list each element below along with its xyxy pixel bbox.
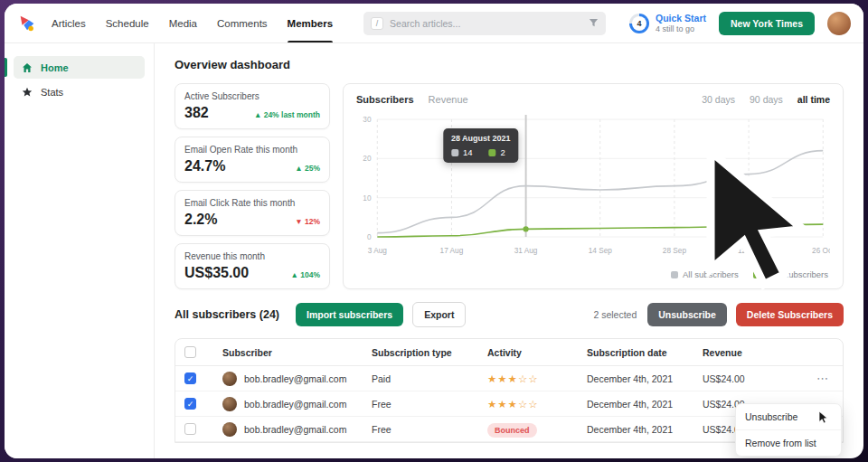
- stat-delta: ▼ 12%: [295, 217, 320, 226]
- row-checkbox[interactable]: ✓: [184, 398, 196, 410]
- tooltip-date: 28 August 2021: [451, 134, 511, 143]
- chart-tooltip: 28 August 2021 14 2: [443, 128, 519, 163]
- svg-text:20: 20: [363, 154, 372, 163]
- nav-item-media[interactable]: Media: [169, 4, 197, 42]
- star-icon: [21, 86, 33, 98]
- search-placeholder: Search articles...: [390, 18, 582, 29]
- stat-value: US$35.00: [184, 265, 249, 281]
- stat-delta: ▲ 24% last month: [254, 110, 320, 119]
- chart-tab-subscribers[interactable]: Subscribers: [356, 94, 414, 105]
- stat-value: 2.2%: [184, 212, 217, 228]
- quick-start-subtext: 4 still to go: [656, 24, 706, 33]
- unsubscribe-button[interactable]: Unsubscribe: [647, 303, 727, 326]
- stat-delta: ▲ 104%: [290, 270, 320, 279]
- app-window: Articles Schedule Media Comments Members…: [5, 4, 863, 458]
- row-checkbox[interactable]: [184, 423, 196, 435]
- stat-label: Email Click Rate this month: [184, 198, 320, 208]
- stat-label: Email Open Rate this month: [184, 145, 320, 155]
- context-menu-label: Remove from list: [745, 438, 816, 448]
- nav-item-schedule[interactable]: Schedule: [106, 4, 149, 42]
- subscribers-chart-card: Subscribers Revenue 30 days 90 days all …: [343, 83, 844, 289]
- filter-icon[interactable]: [589, 18, 599, 28]
- quick-start-count: 4: [632, 16, 646, 31]
- column-header-subscription-date[interactable]: Subscription date: [587, 347, 703, 358]
- subscription-type: Free: [372, 399, 487, 410]
- dashboard-row: Active Subscribers 382 ▲ 24% last month …: [175, 83, 844, 289]
- subscription-date: December 4th, 2021: [587, 399, 703, 410]
- activity-badge: Bounced: [487, 423, 537, 438]
- context-menu-unsubscribe[interactable]: Unsubscribe: [736, 404, 841, 429]
- user-avatar[interactable]: [827, 12, 851, 35]
- sidebar-item-stats[interactable]: Stats: [14, 80, 145, 103]
- context-menu-remove-from-list[interactable]: Remove from list: [736, 429, 841, 456]
- main-content: Overview dashboard Active Subscribers 38…: [155, 43, 863, 458]
- activity-stars: ★★★☆☆: [487, 399, 539, 410]
- column-header-subscriber[interactable]: Subscriber: [222, 347, 372, 358]
- stat-label: Active Subscribers: [184, 91, 320, 101]
- topbar: Articles Schedule Media Comments Members…: [5, 4, 863, 43]
- mouse-cursor-icon: [818, 410, 828, 424]
- nav-item-comments[interactable]: Comments: [217, 4, 268, 42]
- row-context-menu: Unsubscribe Remove from list: [735, 403, 842, 457]
- stat-value: 24.7%: [184, 158, 225, 174]
- quick-start-widget[interactable]: 4 Quick Start 4 still to go: [629, 13, 706, 33]
- revenue-value: US$24.00: [703, 373, 786, 384]
- stat-card-click-rate: Email Click Rate this month 2.2% ▼ 12%: [175, 190, 330, 236]
- subscription-type: Free: [372, 424, 487, 435]
- page-title: Overview dashboard: [175, 58, 844, 71]
- range-all-time[interactable]: all time: [797, 94, 830, 105]
- search-shortcut-icon: /: [371, 17, 383, 30]
- import-subscribers-button[interactable]: Import subscribers: [296, 303, 403, 326]
- subscription-date: December 4th, 2021: [587, 373, 703, 384]
- chart-range-selector: 30 days 90 days all time: [702, 94, 830, 105]
- nav-item-articles[interactable]: Articles: [52, 4, 86, 42]
- subscriber-email: bob.bradley@gmail.com: [244, 373, 346, 384]
- svg-text:17 Aug: 17 Aug: [440, 246, 464, 255]
- row-checkbox[interactable]: ✓: [184, 372, 196, 384]
- quick-start-label: Quick Start: [656, 13, 706, 24]
- activity-cell: ★★★☆☆: [487, 372, 587, 385]
- sidebar-item-label: Home: [41, 62, 69, 73]
- subscribers-title: All subscribers (24): [175, 308, 279, 321]
- svg-text:30: 30: [363, 115, 372, 124]
- column-header-subscription-type[interactable]: Subscription type: [372, 347, 487, 358]
- tooltip-all-swatch: [451, 149, 458, 156]
- sidebar: Home Stats: [5, 43, 155, 458]
- subscribers-section-header: All subscribers (24) Import subscribers …: [175, 302, 844, 327]
- column-header-activity[interactable]: Activity: [487, 347, 587, 358]
- stat-cards: Active Subscribers 382 ▲ 24% last month …: [175, 83, 330, 289]
- row-actions-button[interactable]: ⋯: [786, 372, 837, 385]
- range-30-days[interactable]: 30 days: [702, 94, 735, 105]
- table-row: ✓ bob.bradley@gmail.com Paid ★★★☆☆ Decem…: [175, 366, 843, 391]
- quick-start-progress-ring: 4: [629, 14, 649, 33]
- nav-item-members[interactable]: Members: [288, 4, 334, 42]
- svg-text:3 Aug: 3 Aug: [368, 246, 387, 255]
- stat-card-active-subscribers: Active Subscribers 382 ▲ 24% last month: [175, 83, 330, 129]
- subscriber-email: bob.bradley@gmail.com: [244, 424, 346, 435]
- export-button[interactable]: Export: [412, 302, 466, 327]
- subscriber-email: bob.bradley@gmail.com: [244, 399, 346, 410]
- stat-card-open-rate: Email Open Rate this month 24.7% ▲ 25%: [175, 137, 330, 183]
- tooltip-paid-value: 2: [500, 147, 505, 157]
- column-header-revenue[interactable]: Revenue: [703, 347, 786, 358]
- context-menu-label: Unsubscribe: [745, 411, 797, 422]
- app-logo-icon[interactable]: [17, 14, 37, 33]
- activity-stars: ★★★☆☆: [487, 373, 539, 384]
- range-90-days[interactable]: 90 days: [750, 94, 783, 105]
- delete-subscribers-button[interactable]: Delete Subscribers: [736, 303, 844, 326]
- select-all-checkbox[interactable]: [184, 346, 196, 358]
- home-icon: [21, 61, 33, 73]
- sidebar-item-home[interactable]: Home: [14, 56, 145, 79]
- chart-plot-area[interactable]: 01020303 Aug17 Aug31 Aug14 Sep28 Sep12 O…: [356, 108, 830, 262]
- tooltip-all-value: 14: [463, 147, 473, 157]
- stat-delta: ▲ 25%: [295, 164, 320, 173]
- search-input[interactable]: / Search articles...: [363, 12, 606, 35]
- stat-value: 382: [184, 105, 209, 121]
- chart-tab-revenue[interactable]: Revenue: [429, 94, 468, 105]
- site-switcher-button[interactable]: New York Times: [719, 12, 815, 35]
- stat-card-revenue: Revenue this month US$35.00 ▲ 104%: [175, 243, 330, 289]
- selected-count: 2 selected: [593, 309, 637, 320]
- subscriber-avatar: [222, 397, 237, 411]
- subscription-type: Paid: [372, 373, 487, 384]
- activity-cell: ★★★☆☆: [487, 398, 587, 410]
